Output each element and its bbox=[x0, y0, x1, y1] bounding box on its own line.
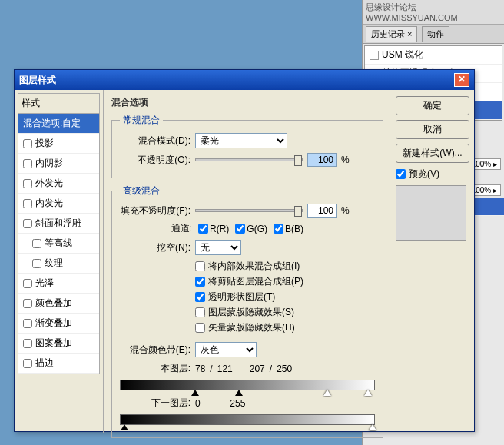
styles-header: 样式 bbox=[18, 93, 100, 113]
style-item[interactable]: 斜面和浮雕 bbox=[18, 214, 99, 234]
style-checkbox[interactable] bbox=[23, 159, 32, 168]
history-item[interactable]: USM 锐化 bbox=[365, 46, 502, 65]
under-layer-label: 下一图层: bbox=[120, 397, 191, 410]
opacity-label: 不透明度(O): bbox=[120, 154, 191, 167]
tab-actions[interactable]: 动作 bbox=[422, 26, 449, 42]
style-item[interactable]: 纹理 bbox=[18, 254, 99, 274]
advanced-blend-group: 高级混合 填充不透明度(F): % 通道: R(R) G(G) B(B) 挖空(… bbox=[111, 184, 383, 438]
opacity-slider[interactable] bbox=[195, 158, 303, 161]
style-item[interactable]: 内发光 bbox=[18, 194, 99, 214]
style-checkbox[interactable] bbox=[23, 299, 32, 308]
dialog-title: 图层样式 bbox=[19, 74, 56, 87]
buttons-column: 确定 取消 新建样式(W)... 预览(V) bbox=[391, 90, 474, 433]
channel-b[interactable]: B(B) bbox=[274, 224, 303, 234]
style-checkbox[interactable] bbox=[23, 219, 32, 228]
style-checkbox[interactable] bbox=[23, 279, 32, 288]
style-item[interactable]: 投影 bbox=[18, 134, 99, 154]
style-item[interactable]: 外发光 bbox=[18, 174, 99, 194]
close-icon[interactable]: ✕ bbox=[454, 73, 469, 87]
style-checkbox[interactable] bbox=[23, 339, 32, 348]
style-item[interactable]: 等高线 bbox=[18, 234, 99, 254]
advanced-legend: 高级混合 bbox=[120, 184, 163, 198]
style-item[interactable]: 内阴影 bbox=[18, 154, 99, 174]
ok-button[interactable]: 确定 bbox=[396, 96, 469, 115]
opacity-input[interactable] bbox=[307, 153, 337, 167]
fill-opacity-slider[interactable] bbox=[195, 209, 303, 212]
adv-option[interactable]: 图层蒙版隐藏效果(S) bbox=[195, 306, 375, 319]
style-checkbox[interactable] bbox=[23, 139, 32, 148]
preview-checkbox[interactable] bbox=[396, 169, 406, 179]
site-name: 思缘设计论坛 WWW.MISSYUAN.COM bbox=[363, 0, 504, 25]
blendif-label: 混合颜色带(E): bbox=[120, 344, 191, 357]
options-column: 混合选项 常规混合 混合模式(D): 柔光 不透明度(O): % 高级混合 填充… bbox=[104, 90, 391, 433]
styles-list: 混合选项:自定投影内阴影外发光内发光斜面和浮雕等高线纹理光泽颜色叠加渐变叠加图案… bbox=[18, 113, 100, 374]
dialog-titlebar[interactable]: 图层样式 ✕ bbox=[15, 70, 474, 90]
channel-g[interactable]: G(G) bbox=[235, 224, 267, 234]
panel-tabs: 历史记录 × 动作 bbox=[363, 25, 504, 44]
normal-blend-group: 常规混合 混合模式(D): 柔光 不透明度(O): % bbox=[111, 114, 383, 178]
style-item[interactable]: 颜色叠加 bbox=[18, 294, 99, 314]
style-checkbox[interactable] bbox=[23, 199, 32, 208]
blend-mode-label: 混合模式(D): bbox=[120, 134, 191, 148]
style-checkbox[interactable] bbox=[32, 239, 41, 248]
channel-label: 通道: bbox=[161, 222, 192, 235]
style-item[interactable]: 图案叠加 bbox=[18, 334, 99, 354]
style-checkbox[interactable] bbox=[23, 359, 32, 368]
style-checkbox[interactable] bbox=[23, 319, 32, 328]
normal-legend: 常规混合 bbox=[120, 114, 163, 127]
style-checkbox[interactable] bbox=[32, 259, 41, 268]
style-item[interactable]: 描边 bbox=[18, 354, 99, 374]
style-item[interactable]: 混合选项:自定 bbox=[18, 114, 99, 134]
adv-option[interactable]: 将内部效果混合成组(I) bbox=[195, 260, 375, 273]
fill-opacity-label: 填充不透明度(F): bbox=[120, 204, 191, 218]
channel-r[interactable]: R(R) bbox=[198, 224, 229, 234]
layer-style-dialog: 图层样式 ✕ 样式 混合选项:自定投影内阴影外发光内发光斜面和浮雕等高线纹理光泽… bbox=[14, 69, 475, 432]
advanced-options: 将内部效果混合成组(I)将剪贴图层混合成组(P)透明形状图层(T)图层蒙版隐藏效… bbox=[195, 260, 375, 334]
styles-column: 样式 混合选项:自定投影内阴影外发光内发光斜面和浮雕等高线纹理光泽颜色叠加渐变叠… bbox=[15, 90, 104, 433]
this-layer-slider[interactable] bbox=[120, 380, 375, 390]
history-icon bbox=[370, 51, 379, 60]
cancel-button[interactable]: 取消 bbox=[396, 120, 469, 139]
knockout-select[interactable]: 无 bbox=[195, 240, 241, 255]
new-style-button[interactable]: 新建样式(W)... bbox=[396, 144, 469, 163]
preview-thumbnail bbox=[396, 185, 466, 241]
under-layer-slider[interactable] bbox=[120, 414, 375, 425]
adv-option[interactable]: 透明形状图层(T) bbox=[195, 291, 375, 304]
blend-mode-select[interactable]: 柔光 bbox=[195, 133, 287, 148]
adv-option[interactable]: 将剪贴图层混合成组(P) bbox=[195, 275, 375, 288]
knockout-label: 挖空(N): bbox=[120, 241, 191, 254]
fill-opacity-input[interactable] bbox=[307, 204, 337, 218]
blendif-select[interactable]: 灰色 bbox=[195, 342, 257, 357]
section-title: 混合选项 bbox=[111, 96, 383, 109]
style-checkbox[interactable] bbox=[23, 179, 32, 188]
adv-option[interactable]: 矢量蒙版隐藏效果(H) bbox=[195, 321, 375, 334]
this-layer-label: 本图层: bbox=[120, 362, 191, 375]
tab-history[interactable]: 历史记录 × bbox=[366, 26, 417, 42]
style-item[interactable]: 渐变叠加 bbox=[18, 314, 99, 334]
style-item[interactable]: 光泽 bbox=[18, 274, 99, 294]
preview-label: 预览(V) bbox=[409, 168, 439, 181]
